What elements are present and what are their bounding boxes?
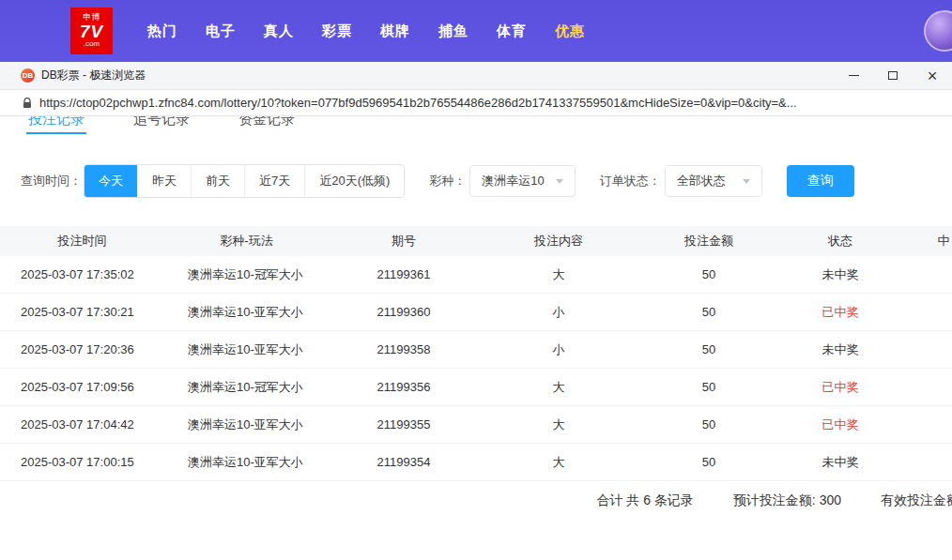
summary-total-records: 合计 共 6 条记录 <box>596 492 693 509</box>
address-bar[interactable]: https://ctop02pchwp1.zfnc84.com/lottery/… <box>0 90 952 116</box>
window-titlebar: DB DB彩票 - 极速浏览器 × <box>0 62 952 90</box>
status-filter-label: 订单状态： <box>600 173 661 189</box>
header-bet-amount: 投注金额 <box>638 233 779 250</box>
logo-sub-text: .com <box>84 40 100 48</box>
cell-status: 未中奖 <box>779 266 901 283</box>
cell-bet-amount: 50 <box>638 417 779 431</box>
maximize-icon <box>888 71 898 80</box>
user-avatar[interactable] <box>924 10 952 52</box>
table-row: 2025-03-07 17:00:15 澳洲幸运10-亚军大小 21199354… <box>0 444 952 481</box>
header-bet-content: 投注内容 <box>479 233 638 250</box>
cell-game-play: 澳洲幸运10-亚军大小 <box>164 416 329 433</box>
summary-expected-amount: 预计投注金额: 300 <box>733 492 841 509</box>
nav-item-slots[interactable]: 电子 <box>192 23 250 40</box>
top-navbar: 申博 7V .com 热门 电子 真人 彩票 棋牌 捕鱼 体育 优惠 <box>0 0 952 62</box>
header-status: 状态 <box>779 233 901 250</box>
tab-bet-records[interactable]: 投注记录 <box>26 116 86 134</box>
table-header-row: 投注时间 彩种-玩法 期号 投注内容 投注金额 状态 中 <box>0 226 952 256</box>
cell-status: 已中奖 <box>779 304 901 321</box>
summary-bar: 合计 共 6 条记录 预计投注金额: 300 有效投注金额 <box>0 481 952 521</box>
browser-window: DB DB彩票 - 极速浏览器 × https://ctop02pchwp1.z… <box>0 62 952 560</box>
table-row: 2025-03-07 17:30:21 澳洲幸运10-亚军大小 21199360… <box>0 294 952 331</box>
cell-status: 已中奖 <box>779 379 901 396</box>
nav-item-sports[interactable]: 体育 <box>483 23 541 40</box>
search-button[interactable]: 查询 <box>787 165 854 197</box>
cell-issue: 21199354 <box>329 455 479 469</box>
cell-bet-amount: 50 <box>638 380 779 394</box>
cell-bet-time: 2025-03-07 17:30:21 <box>0 305 164 319</box>
cell-bet-content: 小 <box>479 341 638 358</box>
logo-main-text: 7V <box>80 23 103 41</box>
db-app-icon: DB <box>21 68 35 83</box>
cell-status: 未中奖 <box>779 341 901 358</box>
cell-game-play: 澳洲幸运10-冠军大小 <box>164 379 329 396</box>
header-issue: 期号 <box>329 233 479 250</box>
lock-icon <box>23 98 32 109</box>
lottery-select[interactable]: 澳洲幸运10 <box>469 165 575 197</box>
table-row: 2025-03-07 17:09:56 澳洲幸运10-冠军大小 21199356… <box>0 369 952 406</box>
cell-bet-time: 2025-03-07 17:35:02 <box>0 267 164 281</box>
chevron-down-icon <box>556 179 563 184</box>
cell-game-play: 澳洲幸运10-亚军大小 <box>164 304 329 321</box>
time-filter-label: 查询时间： <box>21 173 82 189</box>
nav-item-live[interactable]: 真人 <box>250 23 308 40</box>
close-icon: × <box>928 68 938 84</box>
window-title: DB彩票 - 极速浏览器 <box>41 68 146 83</box>
nav-item-fishing[interactable]: 捕鱼 <box>424 23 483 40</box>
cell-bet-amount: 50 <box>638 342 779 356</box>
cell-issue: 21199360 <box>329 305 479 319</box>
order-status-value: 全部状态 <box>677 173 726 189</box>
cell-bet-time: 2025-03-07 17:00:15 <box>0 455 164 469</box>
cell-issue: 21199355 <box>329 417 479 431</box>
nav-item-lottery[interactable]: 彩票 <box>308 23 366 40</box>
nav-item-hot[interactable]: 热门 <box>133 23 192 40</box>
cell-game-play: 澳洲幸运10-亚军大小 <box>164 341 329 358</box>
main-menu: 热门 电子 真人 彩票 棋牌 捕鱼 体育 优惠 <box>133 23 599 40</box>
table-row: 2025-03-07 17:20:36 澳洲幸运10-亚军大小 21199358… <box>0 331 952 369</box>
cell-game-play: 澳洲幸运10-冠军大小 <box>164 266 329 283</box>
cell-bet-content: 大 <box>479 266 638 283</box>
tab-fund-records[interactable]: 资金记录 <box>237 116 297 134</box>
minimize-icon <box>849 75 859 76</box>
cell-bet-content: 大 <box>479 454 638 471</box>
url-text: https://ctop02pchwp1.zfnc84.com/lottery/… <box>39 96 797 110</box>
cell-issue: 21199356 <box>329 380 479 394</box>
nav-item-board[interactable]: 棋牌 <box>366 23 424 40</box>
cell-game-play: 澳洲幸运10-亚军大小 <box>164 454 329 471</box>
time-option-20days[interactable]: 近20天(低频) <box>304 165 404 197</box>
cell-issue: 21199358 <box>329 342 479 356</box>
cell-bet-time: 2025-03-07 17:09:56 <box>0 380 164 394</box>
table-row: 2025-03-07 17:35:02 澳洲幸运10-冠军大小 21199361… <box>0 256 952 294</box>
order-status-select[interactable]: 全部状态 <box>665 165 762 197</box>
time-option-yesterday[interactable]: 昨天 <box>137 165 191 197</box>
cell-status: 未中奖 <box>779 454 901 471</box>
cell-bet-time: 2025-03-07 17:04:42 <box>0 417 164 431</box>
summary-valid-amount: 有效投注金额 <box>881 492 952 509</box>
time-option-today[interactable]: 今天 <box>84 165 137 197</box>
cell-issue: 21199361 <box>329 267 479 281</box>
cell-bet-content: 小 <box>479 304 638 321</box>
lottery-page: 投注记录 追号记录 资金记录 查询时间： 今天 昨天 前天 近7天 近20天(低… <box>0 116 952 559</box>
lottery-select-value: 澳洲幸运10 <box>482 173 544 189</box>
cell-bet-amount: 50 <box>638 455 779 469</box>
nav-item-promo[interactable]: 优惠 <box>541 23 599 40</box>
header-game-play: 彩种-玩法 <box>164 233 329 250</box>
time-option-7days[interactable]: 近7天 <box>244 165 304 197</box>
record-tabs: 投注记录 追号记录 资金记录 <box>0 116 952 136</box>
cell-bet-time: 2025-03-07 17:20:36 <box>0 342 164 356</box>
minimize-button[interactable] <box>834 62 873 90</box>
cell-status: 已中奖 <box>779 416 901 433</box>
maximize-button[interactable] <box>873 62 913 90</box>
header-win-amount-clipped: 中 <box>901 233 952 250</box>
cell-bet-amount: 50 <box>638 305 779 319</box>
site-logo[interactable]: 申博 7V .com <box>70 8 113 54</box>
filter-bar: 查询时间： 今天 昨天 前天 近7天 近20天(低频) 彩种： 澳洲幸运10 订… <box>21 164 952 198</box>
lottery-filter-label: 彩种： <box>429 173 466 189</box>
cell-bet-content: 大 <box>479 379 638 396</box>
time-option-day-before[interactable]: 前天 <box>191 165 244 197</box>
close-button[interactable]: × <box>913 62 952 90</box>
window-controls: × <box>834 62 952 90</box>
table-row: 2025-03-07 17:04:42 澳洲幸运10-亚军大小 21199355… <box>0 406 952 444</box>
cell-bet-content: 大 <box>479 416 638 433</box>
tab-chase-records[interactable]: 追号记录 <box>131 116 192 134</box>
